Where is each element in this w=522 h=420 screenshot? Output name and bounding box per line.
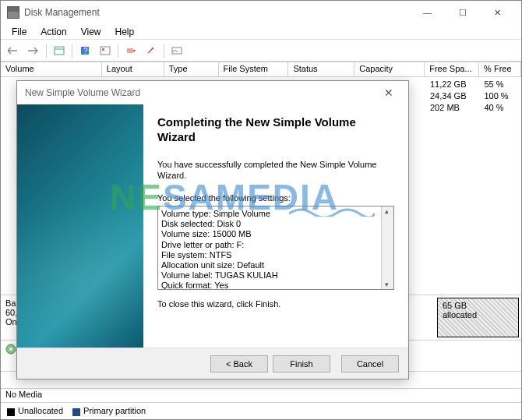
wizard-dialog: New Simple Volume Wizard ✕ Completing th…: [16, 80, 409, 379]
list-item: Allocation unit size: Default: [161, 260, 390, 270]
col-capacity[interactable]: Capacity: [354, 62, 425, 76]
list-item: Volume size: 15000 MB: [161, 229, 390, 239]
wizard-settings-label: You selected the following settings:: [157, 192, 394, 204]
help-icon[interactable]: ?: [76, 42, 94, 59]
svg-rect-7: [172, 48, 182, 54]
forward-icon[interactable]: [24, 42, 43, 59]
svg-rect-4: [101, 47, 110, 55]
list-item: Volume label: TUGAS KULIAH: [161, 270, 390, 281]
close-button[interactable]: ✕: [480, 2, 515, 23]
toolbar: ?: [1, 40, 521, 62]
settings-icon[interactable]: [96, 42, 115, 59]
col-layout[interactable]: Layout: [102, 62, 164, 76]
finish-button[interactable]: Finish: [273, 355, 330, 372]
list-item: Quick format: Yes: [161, 281, 390, 290]
menu-action[interactable]: Action: [34, 25, 72, 39]
minimize-button[interactable]: ―: [410, 2, 445, 23]
cell-free: 202 MB: [425, 102, 479, 113]
menubar: File Action View Help: [1, 24, 521, 40]
maximize-button[interactable]: ☐: [445, 2, 480, 23]
wizard-heading: Completing the New Simple Volume Wizard: [157, 115, 394, 145]
menu-help[interactable]: Help: [109, 25, 141, 39]
cell-pct: 40 %: [479, 102, 521, 113]
menu-file[interactable]: File: [5, 25, 33, 39]
legend-unallocated: Unallocated: [7, 406, 63, 415]
svg-rect-6: [127, 48, 133, 53]
partition-unallocated[interactable]: 65 GB allocated: [437, 298, 519, 337]
legend-primary: Primary partition: [72, 406, 146, 415]
col-type[interactable]: Type: [164, 62, 219, 76]
properties-icon[interactable]: [142, 42, 160, 59]
volume-table-header: Volume Layout Type File System Status Ca…: [1, 62, 521, 77]
wizard-title: New Simple Volume Wizard: [25, 87, 140, 98]
refresh-icon[interactable]: [122, 42, 140, 59]
svg-rect-5: [102, 48, 104, 51]
cell-free: 24,34 GB: [425, 90, 479, 101]
col-freespace[interactable]: Free Spa...: [425, 62, 479, 76]
no-media-row: No Media: [1, 388, 521, 402]
wizard-sidebar-image: [17, 104, 143, 348]
app-icon: [7, 6, 19, 19]
col-volume[interactable]: Volume: [1, 62, 102, 76]
menu-view[interactable]: View: [75, 25, 108, 39]
cancel-button[interactable]: Cancel: [341, 355, 399, 372]
cell-pct: 100 %: [479, 90, 521, 101]
cell-pct: 55 %: [479, 79, 521, 90]
wizard-titlebar: New Simple Volume Wizard ✕: [17, 81, 408, 104]
list-item: Disk selected: Disk 0: [161, 219, 390, 229]
titlebar: Disk Management ― ☐ ✕: [1, 1, 521, 24]
col-status[interactable]: Status: [288, 62, 354, 76]
list-item: Drive letter or path: F:: [161, 240, 390, 250]
wizard-button-bar: < Back Finish Cancel: [17, 348, 408, 379]
svg-text:?: ?: [83, 47, 88, 55]
list-icon[interactable]: [168, 42, 186, 59]
scrollbar[interactable]: [381, 206, 393, 289]
legend: Unallocated Primary partition: [1, 402, 521, 419]
list-item: File system: NTFS: [161, 250, 390, 260]
wizard-settings-list[interactable]: Volume type: Simple Volume Disk selected…: [157, 206, 394, 290]
back-button[interactable]: < Back: [210, 355, 268, 372]
wizard-close-button[interactable]: ✕: [377, 86, 400, 99]
wizard-intro: You have successfully completed the New …: [157, 159, 394, 182]
cell-free: 11,22 GB: [425, 79, 479, 90]
back-icon[interactable]: [4, 42, 23, 59]
col-filesystem[interactable]: File System: [219, 62, 289, 76]
view-icon[interactable]: [50, 42, 69, 59]
list-item: Volume type: Simple Volume: [161, 209, 390, 219]
svg-rect-0: [55, 47, 64, 55]
col-pctfree[interactable]: % Free: [479, 62, 521, 76]
window-title: Disk Management: [24, 7, 410, 18]
